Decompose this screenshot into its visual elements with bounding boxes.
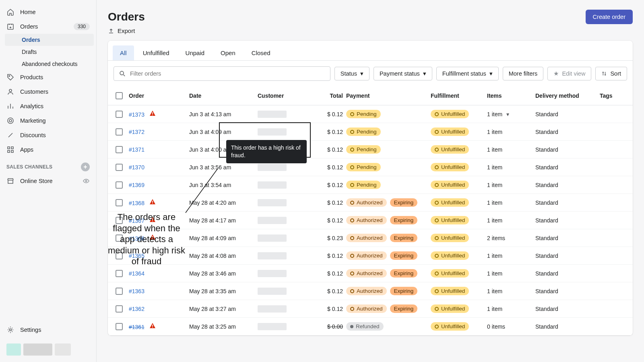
page-title: Orders	[108, 10, 145, 23]
order-link[interactable]: #1369	[129, 182, 144, 188]
more-filters-button[interactable]: More filters	[503, 67, 544, 80]
tab-unpaid[interactable]: Unpaid	[178, 45, 212, 60]
create-order-button[interactable]: Create order	[586, 10, 633, 24]
chevron-down-icon: ▾	[489, 70, 493, 77]
customer-placeholder	[258, 252, 287, 259]
add-channel-button[interactable]	[81, 162, 90, 171]
row-checkbox[interactable]	[116, 288, 123, 295]
tab-all[interactable]: All	[113, 45, 134, 60]
row-checkbox[interactable]	[116, 305, 123, 313]
order-link[interactable]: #1368	[129, 200, 144, 206]
fraud-warning-icon[interactable]	[149, 199, 156, 205]
tab-unfulfilled[interactable]: Unfulfilled	[136, 45, 177, 60]
home-icon	[6, 8, 14, 16]
fulfillment-badge: Unfulfilled	[431, 163, 469, 171]
table-row[interactable]: #1364May 28 at 3:46 am$ 0.12AuthorizedEx…	[108, 265, 633, 282]
nav-discounts[interactable]: Discounts	[0, 128, 96, 142]
row-checkbox[interactable]	[116, 199, 123, 206]
order-link[interactable]: #1371	[129, 146, 144, 153]
edit-view-button[interactable]: ★Edit view	[547, 67, 591, 80]
svg-point-4	[9, 119, 12, 122]
nav-online-store[interactable]: Online Store	[0, 174, 96, 188]
gear-icon	[6, 326, 14, 334]
row-checkbox[interactable]	[116, 128, 123, 136]
filter-payment-status[interactable]: Payment status▾	[374, 67, 432, 80]
orders-icon	[6, 23, 14, 31]
products-icon	[6, 73, 14, 81]
items-count: 2 items	[487, 235, 505, 241]
customers-icon	[6, 88, 14, 96]
search-input[interactable]	[130, 70, 325, 77]
payment-badge: Refunded	[346, 322, 384, 331]
table-row[interactable]: #1368May 28 at 4:20 am$ 0.12AuthorizedEx…	[108, 194, 633, 212]
nav-marketing[interactable]: Marketing	[0, 113, 96, 128]
order-link[interactable]: #1373	[129, 111, 144, 118]
row-checkbox[interactable]	[116, 323, 123, 330]
table-row[interactable]: #1371Jun 3 at 4:00 am$ 0.12PendingUnfulf…	[108, 141, 633, 158]
delivery-cell: Standard	[535, 270, 600, 277]
order-link[interactable]: #1364	[129, 270, 144, 277]
table-row[interactable]: #1363May 28 at 3:35 am$ 0.12AuthorizedEx…	[108, 282, 633, 300]
fulfillment-badge: Unfulfilled	[431, 128, 469, 136]
sort-button[interactable]: Sort	[595, 67, 627, 80]
expiring-badge: Expiring	[390, 287, 418, 295]
fulfillment-badge: Unfulfilled	[431, 287, 469, 295]
col-customer: Customer	[258, 93, 314, 99]
svg-point-9	[85, 180, 87, 182]
row-checkbox[interactable]	[116, 181, 123, 189]
items-count: 1 item	[487, 288, 502, 294]
fraud-warning-icon[interactable]	[149, 110, 156, 117]
table-row[interactable]: #1369Jun 3 at 3:54 am$ 0.12PendingUnfulf…	[108, 176, 633, 194]
row-checkbox[interactable]	[116, 270, 123, 277]
table-row[interactable]: #1370Jun 3 at 3:56 am$ 0.12PendingUnfulf…	[108, 158, 633, 176]
export-button[interactable]: Export	[108, 26, 633, 41]
search-box[interactable]	[114, 66, 330, 81]
view-store-icon[interactable]	[83, 177, 90, 185]
tab-open[interactable]: Open	[213, 45, 243, 60]
col-payment: Payment	[346, 93, 431, 99]
fraud-tooltip: This order has a high risk of fraud.	[226, 140, 307, 163]
subnav-drafts[interactable]: Drafts	[2, 46, 96, 58]
subnav-abandoned[interactable]: Abandoned checkouts	[2, 58, 96, 70]
expiring-badge: Expiring	[390, 251, 418, 260]
sidebar-nav: Home Orders 330 Orders Drafts Abandoned …	[0, 0, 96, 323]
table-row[interactable]: #1361May 28 at 3:25 am$ 0.00RefundedUnfu…	[108, 318, 633, 335]
nav-customers[interactable]: Customers	[0, 84, 96, 99]
nav-analytics[interactable]: Analytics	[0, 99, 96, 113]
row-checkbox[interactable]	[116, 146, 123, 153]
items-expand-icon[interactable]: ▾	[506, 111, 509, 117]
delivery-cell: Standard	[535, 182, 600, 188]
col-fulfillment: Fulfillment	[431, 93, 487, 99]
svg-point-1	[9, 76, 10, 76]
select-all-checkbox[interactable]	[116, 92, 123, 99]
filter-fulfillment-status[interactable]: Fulfillment status▾	[436, 67, 499, 80]
tab-closed[interactable]: Closed	[244, 45, 278, 60]
table-row[interactable]: #1372Jun 3 at 4:09 am$ 0.12PendingUnfulf…	[108, 123, 633, 141]
svg-point-10	[10, 329, 12, 331]
fulfillment-badge: Unfulfilled	[431, 269, 469, 278]
filter-status[interactable]: Status▾	[334, 67, 369, 80]
nav-orders[interactable]: Orders 330	[0, 19, 96, 34]
table-row[interactable]: #1373Jun 3 at 4:13 am$ 0.12PendingUnfulf…	[108, 105, 633, 123]
subnav-orders[interactable]: Orders	[5, 34, 94, 46]
nav-home[interactable]: Home	[0, 5, 96, 19]
order-link[interactable]: #1372	[129, 129, 144, 135]
items-count: 1 item	[487, 270, 502, 277]
nav-apps[interactable]: Apps	[0, 142, 96, 157]
delivery-cell: Standard	[535, 164, 600, 171]
items-count: 1 item	[487, 111, 502, 117]
table-row[interactable]: #1362May 28 at 3:27 am$ 0.12AuthorizedEx…	[108, 300, 633, 318]
fraud-warning-icon[interactable]	[149, 323, 156, 329]
row-checkbox[interactable]	[116, 164, 123, 171]
order-link[interactable]: #1361	[129, 324, 144, 330]
col-tags: Tags	[600, 93, 624, 99]
col-total: Total	[314, 93, 346, 99]
fulfillment-badge: Unfulfilled	[431, 198, 469, 207]
customer-placeholder	[258, 270, 287, 277]
nav-settings[interactable]: Settings	[0, 323, 96, 337]
row-checkbox[interactable]	[116, 111, 123, 118]
nav-products[interactable]: Products	[0, 70, 96, 84]
order-link[interactable]: #1363	[129, 288, 144, 294]
order-link[interactable]: #1370	[129, 164, 144, 171]
order-link[interactable]: #1362	[129, 306, 144, 312]
